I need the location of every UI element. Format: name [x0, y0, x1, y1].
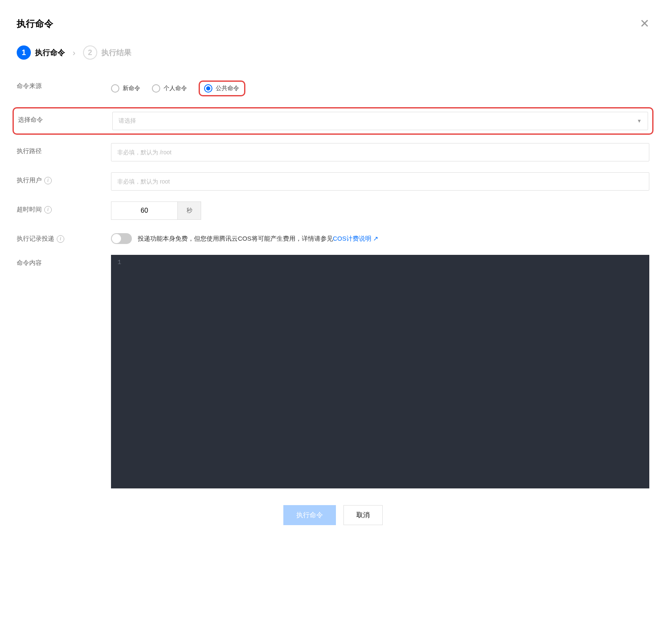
- caret-down-icon: ▼: [637, 118, 642, 124]
- info-icon[interactable]: i: [44, 206, 52, 214]
- radio-icon: [152, 84, 160, 93]
- row-delivery: 执行记录投递 i 投递功能本身免费，但您使用腾讯云COS将可能产生费用，详情请参…: [17, 231, 649, 244]
- radio-label: 个人命令: [164, 85, 187, 92]
- delivery-text: 投递功能本身免费，但您使用腾讯云COS将可能产生费用，详情请参见COS计费说明↗: [138, 235, 378, 243]
- row-select-command-highlight: 选择命令 请选择 ▼: [13, 107, 653, 135]
- label-delivery: 执行记录投递 i: [17, 231, 111, 243]
- radio-label: 新命令: [123, 85, 140, 92]
- dialog-footer: 执行命令 取消: [17, 505, 649, 525]
- external-link-icon: ↗: [373, 235, 378, 242]
- label-exec-path: 执行路径: [17, 143, 111, 155]
- step-2: 2 执行结果: [83, 45, 131, 60]
- submit-button[interactable]: 执行命令: [283, 505, 336, 525]
- label-select-command: 选择命令: [18, 112, 112, 124]
- radio-public-command[interactable]: 公共命令: [204, 84, 239, 93]
- cos-pricing-link[interactable]: COS计费说明: [333, 235, 372, 242]
- input-exec-path[interactable]: [111, 143, 649, 161]
- info-icon[interactable]: i: [44, 177, 52, 184]
- label-timeout: 超时时间 i: [17, 201, 111, 214]
- dialog-title: 执行命令: [17, 18, 53, 30]
- label-command-source: 命令来源: [17, 78, 111, 90]
- radio-label: 公共命令: [216, 85, 239, 92]
- select-placeholder: 请选择: [119, 117, 136, 125]
- radio-public-command-highlight: 公共命令: [199, 80, 245, 96]
- radio-new-command[interactable]: 新命令: [111, 84, 140, 93]
- step-2-label: 执行结果: [101, 48, 131, 58]
- chevron-right-icon: ›: [73, 48, 76, 58]
- info-icon[interactable]: i: [57, 235, 64, 243]
- select-command[interactable]: 请选择 ▼: [112, 112, 648, 130]
- step-2-num: 2: [83, 45, 97, 60]
- radio-icon: [111, 84, 119, 93]
- toggle-delivery[interactable]: [111, 233, 132, 244]
- code-body[interactable]: [128, 255, 649, 488]
- timeout-unit: 秒: [178, 201, 201, 220]
- row-timeout: 超时时间 i 秒: [17, 201, 649, 220]
- step-1: 1 执行命令: [17, 45, 65, 60]
- input-timeout[interactable]: [111, 201, 178, 220]
- row-command-content: 命令内容 1: [17, 255, 649, 488]
- step-1-label: 执行命令: [35, 48, 65, 58]
- row-exec-path: 执行路径: [17, 143, 649, 161]
- row-command-source: 命令来源 新命令 个人命令 公共命令: [17, 78, 649, 96]
- label-command-content: 命令内容: [17, 255, 111, 267]
- cancel-button[interactable]: 取消: [343, 505, 383, 525]
- code-gutter: 1: [111, 255, 128, 488]
- stepper: 1 执行命令 › 2 执行结果: [17, 45, 649, 60]
- radio-icon: [204, 84, 212, 93]
- radio-group-source: 新命令 个人命令 公共命令: [111, 80, 649, 96]
- row-exec-user: 执行用户 i: [17, 172, 649, 191]
- step-1-num: 1: [17, 45, 31, 60]
- code-editor[interactable]: 1: [111, 255, 649, 488]
- radio-personal-command[interactable]: 个人命令: [152, 84, 187, 93]
- close-icon[interactable]: ✕: [640, 17, 649, 30]
- input-exec-user[interactable]: [111, 172, 649, 191]
- label-exec-user: 执行用户 i: [17, 172, 111, 184]
- toggle-knob: [112, 234, 121, 243]
